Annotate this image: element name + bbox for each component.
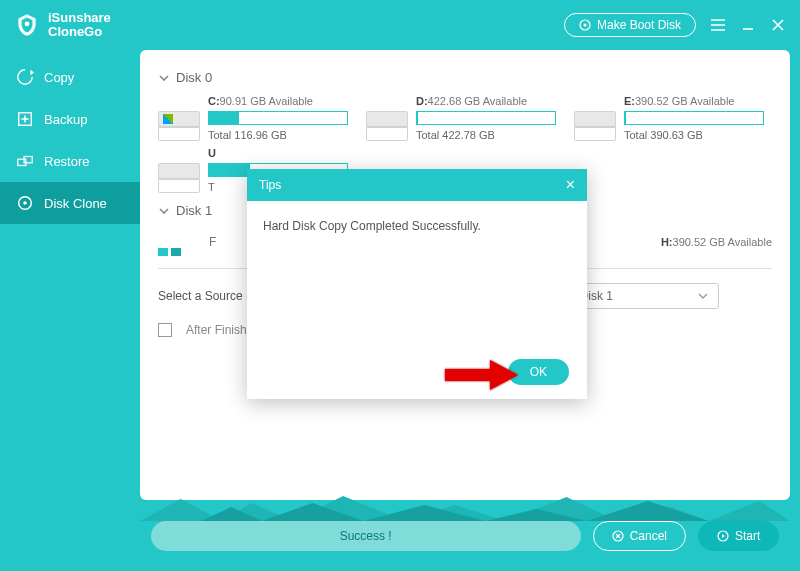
disk-name: Disk 1 bbox=[176, 203, 212, 218]
sidebar-item-backup[interactable]: Backup bbox=[0, 98, 140, 140]
app-title: iSunshareCloneGo bbox=[48, 11, 111, 40]
start-button[interactable]: Start bbox=[698, 521, 779, 551]
app-logo: iSunshareCloneGo bbox=[14, 11, 111, 40]
title-bar: iSunshareCloneGo Make Boot Disk bbox=[0, 0, 800, 50]
sidebar-item-disk-clone[interactable]: Disk Clone bbox=[0, 182, 140, 224]
partition-f-label: F bbox=[209, 235, 216, 249]
menu-icon[interactable] bbox=[710, 17, 726, 33]
disk-0-header[interactable]: Disk 0 bbox=[158, 70, 772, 85]
clone-icon bbox=[16, 194, 34, 212]
svg-point-7 bbox=[23, 201, 27, 205]
make-boot-disk-button[interactable]: Make Boot Disk bbox=[564, 13, 696, 37]
usage-bar bbox=[416, 111, 556, 125]
total-size: Total 390.63 GB bbox=[624, 129, 764, 141]
partition-e[interactable]: E:390.52 GB Available Total 390.63 GB bbox=[574, 95, 764, 141]
footer: Success ! Cancel Start bbox=[0, 500, 800, 571]
minimize-icon[interactable] bbox=[740, 17, 756, 33]
app-logo-icon bbox=[14, 12, 40, 38]
sidebar-item-label: Disk Clone bbox=[44, 196, 107, 211]
svg-point-0 bbox=[25, 22, 30, 27]
drive-icon bbox=[158, 163, 200, 193]
dialog-title: Tips bbox=[259, 178, 281, 192]
partition-h[interactable]: H:390.52 GB Available bbox=[661, 236, 772, 248]
sidebar-item-label: Restore bbox=[44, 154, 90, 169]
sidebar-item-label: Backup bbox=[44, 112, 87, 127]
usage-bar bbox=[208, 111, 348, 125]
sidebar: Copy Backup Restore Disk Clone bbox=[0, 50, 140, 500]
sidebar-item-restore[interactable]: Restore bbox=[0, 140, 140, 182]
annotation-arrow bbox=[440, 355, 520, 399]
drive-icon bbox=[574, 111, 616, 141]
drive-icon bbox=[366, 111, 408, 141]
target-disk-dropdown[interactable]: Disk 1 bbox=[569, 283, 719, 309]
progress-status: Success ! bbox=[151, 521, 581, 551]
chevron-down-icon bbox=[158, 72, 170, 84]
dialog-close-button[interactable]: × bbox=[566, 176, 575, 194]
after-finished-checkbox[interactable] bbox=[158, 323, 172, 337]
tips-dialog: Tips × Hard Disk Copy Completed Successf… bbox=[247, 169, 587, 399]
sidebar-item-label: Copy bbox=[44, 70, 74, 85]
make-boot-label: Make Boot Disk bbox=[597, 18, 681, 32]
chevron-down-icon bbox=[698, 291, 708, 301]
copy-icon bbox=[16, 68, 34, 86]
partition-c[interactable]: C:90.91 GB Available Total 116.96 GB bbox=[158, 95, 348, 141]
usage-bar bbox=[624, 111, 764, 125]
disk-0-partitions: C:90.91 GB Available Total 116.96 GB D:4… bbox=[158, 95, 772, 141]
drive-icon bbox=[158, 111, 200, 141]
play-icon bbox=[717, 530, 729, 542]
os-flag-icon bbox=[158, 248, 181, 256]
svg-point-2 bbox=[583, 24, 586, 27]
dialog-titlebar: Tips × bbox=[247, 169, 587, 201]
disk-name: Disk 0 bbox=[176, 70, 212, 85]
restore-icon bbox=[16, 152, 34, 170]
cancel-label: Cancel bbox=[630, 529, 667, 543]
total-size: Total 422.78 GB bbox=[416, 129, 556, 141]
disc-icon bbox=[579, 19, 591, 31]
total-size: Total 116.96 GB bbox=[208, 129, 348, 141]
dialog-message: Hard Disk Copy Completed Successfully. bbox=[247, 201, 587, 251]
start-label: Start bbox=[735, 529, 760, 543]
partition-d[interactable]: D:422.68 GB Available Total 422.78 GB bbox=[366, 95, 556, 141]
close-icon[interactable] bbox=[770, 17, 786, 33]
chevron-down-icon bbox=[158, 205, 170, 217]
backup-icon bbox=[16, 110, 34, 128]
cancel-button[interactable]: Cancel bbox=[593, 521, 686, 551]
cancel-icon bbox=[612, 530, 624, 542]
sidebar-item-copy[interactable]: Copy bbox=[0, 56, 140, 98]
